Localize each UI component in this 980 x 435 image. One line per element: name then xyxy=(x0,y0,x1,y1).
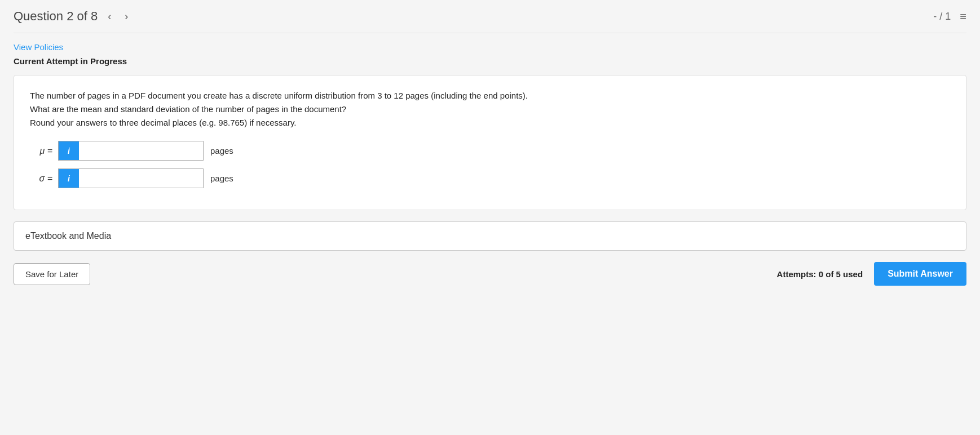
question-text: The number of pages in a PDF document yo… xyxy=(30,89,950,130)
next-arrow-button[interactable]: › xyxy=(121,9,131,24)
question-line3: Round your answers to three decimal plac… xyxy=(30,118,296,127)
header: Question 2 of 8 ‹ › - / 1 ≡ xyxy=(14,9,966,33)
sigma-answer-input[interactable] xyxy=(79,169,203,188)
sigma-unit: pages xyxy=(210,174,233,183)
etextbook-label: eTextbook and Media xyxy=(25,231,111,241)
sigma-row: σ = i pages xyxy=(30,168,950,188)
page-container: Question 2 of 8 ‹ › - / 1 ≡ View Policie… xyxy=(0,0,980,435)
question-title: Question 2 of 8 xyxy=(14,9,98,24)
mu-info-button[interactable]: i xyxy=(59,141,79,160)
question-line1: The number of pages in a PDF document yo… xyxy=(30,91,528,100)
sigma-input-group: i xyxy=(58,168,204,188)
mu-row: μ = i pages xyxy=(30,141,950,161)
mu-input-group: i xyxy=(58,141,204,161)
footer-row: Save for Later Attempts: 0 of 5 used Sub… xyxy=(14,262,966,286)
view-policies-link[interactable]: View Policies xyxy=(14,42,63,52)
page-indicator: - / 1 xyxy=(933,11,951,23)
mu-answer-input[interactable] xyxy=(79,141,203,160)
sigma-info-button[interactable]: i xyxy=(59,169,79,188)
header-left: Question 2 of 8 ‹ › xyxy=(14,9,131,24)
header-divider xyxy=(14,33,966,33)
prev-arrow-button[interactable]: ‹ xyxy=(104,9,114,24)
attempt-status: Current Attempt in Progress xyxy=(14,56,966,66)
question-card: The number of pages in a PDF document yo… xyxy=(14,75,966,210)
attempts-text: Attempts: 0 of 5 used xyxy=(777,269,863,279)
header-right: - / 1 ≡ xyxy=(933,10,966,23)
mu-unit: pages xyxy=(210,146,233,156)
mu-label: μ = xyxy=(30,146,52,156)
footer-right: Attempts: 0 of 5 used Submit Answer xyxy=(777,262,966,286)
etextbook-section[interactable]: eTextbook and Media xyxy=(14,221,966,251)
submit-answer-button[interactable]: Submit Answer xyxy=(874,262,966,286)
sigma-label: σ = xyxy=(30,174,52,184)
question-line2: What are the mean and standard deviation… xyxy=(30,104,346,114)
list-icon[interactable]: ≡ xyxy=(960,10,966,23)
save-later-button[interactable]: Save for Later xyxy=(14,263,90,285)
